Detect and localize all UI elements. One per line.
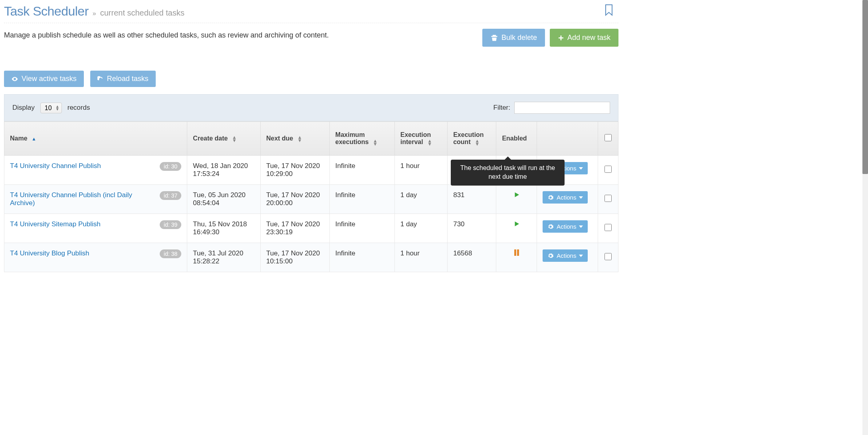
col-header-create-date[interactable]: Create date ▲▼: [187, 122, 260, 156]
gear-icon: [547, 223, 554, 230]
bulk-delete-icon: [490, 34, 498, 42]
cell-create-date: Tue, 05 Jun 2020 08:54:04: [187, 185, 260, 214]
task-name-link[interactable]: T4 University Blog Publish: [10, 249, 89, 257]
cell-interval: 1 hour: [394, 156, 447, 185]
top-bar: Manage a publish schedule as well as oth…: [4, 29, 618, 47]
table-row: T4 University Blog Publishid: 38Tue, 31 …: [4, 243, 618, 272]
filter-label: Filter:: [493, 104, 511, 112]
col-header-due-label: Next due: [266, 135, 293, 142]
page-description: Manage a publish schedule as well as oth…: [4, 29, 329, 40]
col-header-execution-count[interactable]: Execution count ▲▼: [448, 122, 496, 156]
divider: [4, 23, 618, 23]
reload-label: Reload tasks: [107, 75, 149, 83]
col-header-actions: [537, 122, 598, 156]
task-name-link[interactable]: T4 University Channel Publish: [10, 162, 101, 170]
col-header-max-executions[interactable]: Maximum executions ▲▼: [329, 122, 394, 156]
cell-interval: 1 hour: [394, 243, 447, 272]
cell-create-date: Thu, 15 Nov 2018 16:49:30: [187, 214, 260, 243]
reload-tasks-button[interactable]: Reload tasks: [90, 71, 156, 87]
cell-max-exec: Infinite: [329, 185, 394, 214]
col-header-execution-interval[interactable]: Execution interval ▲▼: [394, 122, 447, 156]
task-name-link[interactable]: T4 University Channel Publish (incl Dail…: [10, 191, 156, 207]
col-header-enabled: Enabled: [496, 122, 537, 156]
cell-interval: 1 day: [394, 185, 447, 214]
play-icon[interactable]: [513, 220, 520, 229]
plus-icon: [558, 35, 564, 41]
sort-icon: ▲▼: [232, 136, 237, 142]
cell-checkbox: [598, 185, 618, 214]
records-label: records: [67, 104, 90, 112]
eye-icon: [11, 75, 18, 83]
col-header-next-due[interactable]: Next due ▲▼: [260, 122, 329, 156]
breadcrumb[interactable]: current scheduled tasks: [100, 8, 184, 18]
cell-count: 16568: [448, 243, 496, 272]
scrollbar[interactable]: [862, 0, 868, 272]
sort-icon: ▲▼: [475, 139, 480, 146]
actions-label: Actions: [557, 252, 576, 259]
gear-icon: [547, 253, 554, 259]
cell-next-due: Tue, 17 Nov 2020 10:15:00: [260, 243, 329, 272]
sort-icon: ▲▼: [373, 139, 378, 146]
table-row: T4 University Sitemap Publishid: 39Thu, …: [4, 214, 618, 243]
cell-max-exec: Infinite: [329, 156, 394, 185]
col-header-name-label: Name: [10, 135, 28, 142]
scrollbar-thumb[interactable]: [862, 0, 868, 174]
tasks-table: Name ▲ Create date ▲▼ Next due ▲▼ Maxi: [4, 121, 618, 272]
view-active-tasks-button[interactable]: View active tasks: [4, 71, 84, 87]
row-checkbox[interactable]: [604, 224, 612, 231]
col-header-max-label: Maximum executions: [335, 131, 369, 145]
cell-enabled: [496, 185, 537, 214]
page-header: Task Scheduler » current scheduled tasks: [4, 0, 618, 21]
cell-actions: Actions: [537, 243, 598, 272]
cell-checkbox: [598, 156, 618, 185]
sort-asc-icon: ▲: [32, 137, 36, 140]
sort-icon: ▲▼: [427, 139, 432, 146]
add-new-task-button[interactable]: Add new task: [550, 29, 618, 47]
page-size-select[interactable]: 10: [40, 103, 62, 113]
gear-icon: [547, 194, 554, 201]
cell-next-due: Tue, 17 Nov 2020 23:30:19: [260, 214, 329, 243]
caret-down-icon: [579, 167, 583, 170]
col-header-enabled-label: Enabled: [502, 135, 527, 142]
actions-label: Actions: [557, 194, 576, 201]
page-title: Task Scheduler: [4, 4, 89, 19]
cell-create-date: Tue, 31 Jul 2020 15:28:22: [187, 243, 260, 272]
cell-next-due: Tue, 17 Nov 2020 10:29:00: [260, 156, 329, 185]
actions-dropdown-button[interactable]: Actions: [543, 220, 588, 233]
cell-actions: Actions: [537, 185, 598, 214]
cell-create-date: Wed, 18 Jan 2020 17:53:24: [187, 156, 260, 185]
table-controls: Display 10 ▲▼ records Filter:: [4, 94, 618, 121]
cell-count: 831: [448, 185, 496, 214]
task-name-link[interactable]: T4 University Sitemap Publish: [10, 220, 101, 228]
row-checkbox[interactable]: [604, 195, 612, 202]
row-checkbox[interactable]: [604, 253, 612, 260]
bulk-delete-button[interactable]: Bulk delete: [482, 29, 545, 47]
actions-dropdown-button[interactable]: Actions: [543, 191, 588, 204]
pause-icon[interactable]: [514, 249, 519, 258]
select-all-checkbox[interactable]: [604, 134, 612, 141]
cell-enabled: [496, 243, 537, 272]
task-id-badge: id: 37: [160, 191, 181, 200]
task-id-badge: id: 38: [160, 249, 181, 258]
bookmark-button[interactable]: [604, 4, 614, 17]
sort-icon: ▲▼: [297, 136, 302, 142]
table-row: T4 University Channel Publish (incl Dail…: [4, 185, 618, 214]
cell-next-due: Tue, 17 Nov 2020 20:00:00: [260, 185, 329, 214]
caret-down-icon: [579, 255, 583, 257]
reload-icon: [97, 76, 104, 82]
cell-interval: 1 day: [394, 214, 447, 243]
caret-down-icon: [579, 196, 583, 199]
enabled-tooltip: The scheduled task will run at the next …: [451, 160, 565, 186]
col-header-interval-label: Execution interval: [400, 131, 431, 145]
breadcrumb-separator-icon: »: [93, 10, 96, 17]
cell-max-exec: Infinite: [329, 243, 394, 272]
col-header-create-label: Create date: [193, 135, 228, 142]
col-header-name[interactable]: Name ▲: [4, 122, 187, 156]
cell-count: 730: [448, 214, 496, 243]
table-container: Display 10 ▲▼ records Filter:: [4, 94, 618, 272]
bulk-delete-label: Bulk delete: [501, 34, 537, 42]
play-icon[interactable]: [513, 191, 520, 200]
actions-dropdown-button[interactable]: Actions: [543, 249, 588, 262]
row-checkbox[interactable]: [604, 166, 612, 173]
filter-input[interactable]: [514, 102, 610, 114]
